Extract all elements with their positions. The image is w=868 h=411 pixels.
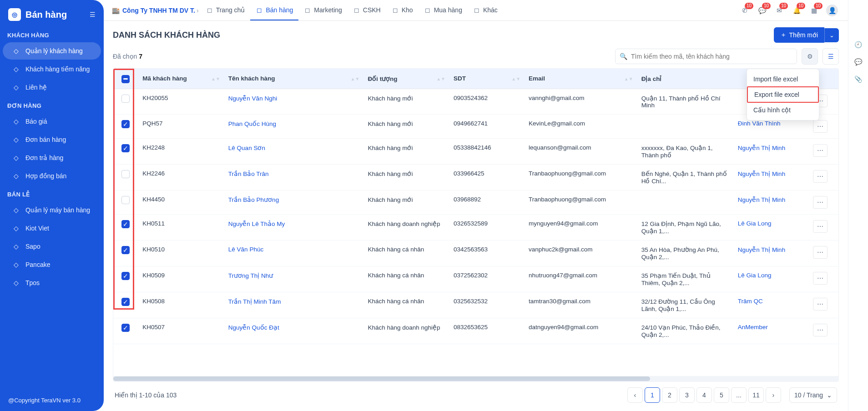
cell-name[interactable]: Nguyễn Văn Nghi [228, 95, 277, 102]
sort-icon[interactable]: ▲▼ [351, 77, 360, 80]
import-excel-item[interactable]: Import file excel [747, 72, 819, 86]
cell-owner[interactable]: Nguyễn Thị Minh [738, 196, 785, 203]
cell-name[interactable]: Trương Thị Như [228, 272, 273, 279]
row-checkbox[interactable]: ✓ [121, 144, 130, 152]
sidebar-item[interactable]: ◇Quản lý máy bán hàng [3, 201, 101, 219]
phone-icon[interactable]: ✆10 [740, 5, 750, 15]
cell-owner[interactable]: Nguyễn Thị Minh [738, 145, 785, 151]
page-number[interactable]: 11 [748, 387, 764, 403]
cell-name[interactable]: Lê Văn Phúc [228, 246, 263, 253]
cell-owner[interactable]: Nguyễn Thị Minh [738, 246, 785, 253]
cell-owner[interactable]: AnMember [738, 324, 768, 331]
sidebar-item[interactable]: ◇Đơn bán hàng [3, 131, 101, 148]
row-checkbox[interactable] [121, 170, 130, 178]
row-checkbox[interactable]: ✓ [121, 272, 130, 280]
cell-owner[interactable]: Lê Gia Long [738, 272, 772, 279]
filter-button[interactable]: ☰ [823, 48, 839, 65]
page-number[interactable]: 2 [662, 387, 677, 403]
cell-name[interactable]: Trần Bảo Trân [228, 170, 269, 177]
sidebar-item[interactable]: ◇Liên hệ [3, 79, 101, 96]
sidebar-item[interactable]: ◇Tpos [3, 274, 101, 291]
nav-tab[interactable]: ◻CSKH [348, 0, 386, 20]
sidebar-item[interactable]: ◇Pancake [3, 256, 101, 273]
row-more-button[interactable]: ⋯ [813, 120, 828, 133]
sidebar-item[interactable]: ◇Quản lý khách hàng [3, 42, 101, 60]
row-more-button[interactable]: ⋯ [813, 298, 828, 311]
sidebar-item[interactable]: ◇Hợp đồng bán [3, 167, 101, 185]
sort-icon[interactable]: ▲▼ [211, 77, 220, 80]
cell-owner[interactable]: Đinh Văn Thình [738, 120, 781, 127]
page-number[interactable]: 5 [714, 387, 729, 403]
export-excel-item[interactable]: Export file excel [747, 86, 819, 103]
attachment-icon[interactable]: 📎 [854, 75, 862, 83]
cell-name[interactable]: Lê Quan Sơn [228, 145, 265, 151]
row-more-button[interactable]: ⋯ [813, 220, 828, 233]
nav-tab[interactable]: ◻Bán hàng [250, 0, 298, 20]
page-number[interactable]: 3 [679, 387, 695, 403]
cell-code: PQH57 [142, 120, 162, 127]
page-number[interactable]: 4 [696, 387, 712, 403]
search-input[interactable] [615, 49, 797, 64]
add-button[interactable]: ＋Thêm mới [774, 27, 824, 43]
row-checkbox[interactable]: ✓ [121, 220, 130, 228]
row-checkbox[interactable] [121, 95, 130, 103]
row-more-button[interactable]: ⋯ [813, 170, 828, 183]
row-checkbox[interactable]: ✓ [121, 246, 130, 254]
nav-tab-label: Trang chủ [216, 6, 245, 14]
sort-icon[interactable]: ▲▼ [436, 77, 445, 80]
row-more-button[interactable]: ⋯ [813, 324, 828, 336]
clock-icon[interactable]: 🕘 [854, 41, 862, 48]
apps-icon[interactable]: ▦10 [809, 5, 819, 15]
sidebar-item[interactable]: ◇Đơn trả hàng [3, 149, 101, 166]
chat-icon[interactable]: 💬10 [757, 5, 767, 15]
cell-name[interactable]: Trần Thị Minh Tâm [228, 298, 281, 305]
row-checkbox[interactable]: ✓ [121, 298, 130, 306]
sort-icon[interactable]: ▲▼ [511, 77, 520, 80]
company-selector[interactable]: 🏬 Công Ty TNHH TM DV T... [108, 7, 195, 14]
page-size-selector[interactable]: 10 / Trang⌄ [789, 387, 837, 403]
menu-icon: ◇ [12, 154, 20, 162]
cell-phone: 0903524362 [454, 95, 488, 101]
sidebar-item[interactable]: ◇Kiot Viet [3, 220, 101, 237]
nav-tab[interactable]: ◻Marketing [298, 0, 347, 20]
page-next[interactable]: › [766, 387, 781, 403]
table-row: KH2246Trần Bảo TrânKhách hàng mới0339664… [113, 164, 838, 190]
row-checkbox[interactable]: ✓ [121, 120, 130, 128]
page-prev[interactable]: ‹ [627, 387, 643, 403]
sidebar-item[interactable]: ◇Sapo [3, 238, 101, 255]
row-more-button[interactable]: ⋯ [813, 196, 828, 209]
horizontal-scrollbar[interactable] [113, 376, 838, 381]
row-more-button[interactable]: ⋯ [813, 144, 828, 157]
nav-tab[interactable]: ◻Mua hàng [419, 0, 468, 20]
mail-icon[interactable]: ✉10 [774, 5, 784, 15]
nav-tab[interactable]: ◻Kho [386, 0, 419, 20]
select-all-checkbox[interactable] [121, 75, 130, 83]
bell-icon[interactable]: 🔔10 [792, 5, 802, 15]
configure-columns-item[interactable]: Cấu hình cột [747, 103, 819, 117]
sidebar-item[interactable]: ◇Báo giá [3, 113, 101, 130]
page-number[interactable]: 1 [645, 387, 660, 403]
comment-icon[interactable]: 💬 [854, 58, 862, 65]
avatar[interactable]: 👤 [826, 5, 838, 16]
row-more-button[interactable]: ⋯ [813, 272, 828, 285]
row-more-button[interactable]: ⋯ [813, 246, 828, 259]
adjust-button[interactable]: ⚙ [802, 48, 818, 65]
row-checkbox[interactable] [121, 196, 130, 204]
sidebar-item[interactable]: ◇Khách hàng tiềm năng [3, 60, 101, 78]
cell-name[interactable]: Trần Bảo Phương [228, 196, 279, 203]
cell-name[interactable]: Nguyễn Quốc Đạt [228, 324, 279, 331]
cell-owner[interactable]: Trâm QC [738, 298, 763, 305]
cell-name[interactable]: Phan Quốc Hùng [228, 120, 276, 127]
page-number[interactable]: ... [731, 387, 747, 403]
sort-icon[interactable]: ▲▼ [624, 77, 633, 80]
col-name: Tên khách hàng▲▼ [224, 69, 363, 89]
sidebar-collapse-icon[interactable]: ☰ [90, 11, 96, 18]
add-button-dropdown[interactable]: ⌄ [824, 28, 839, 42]
nav-tab[interactable]: ◻Khác [468, 0, 503, 20]
cell-owner[interactable]: Nguyễn Thị Minh [738, 170, 785, 177]
cell-name[interactable]: Nguyễn Lê Thảo My [228, 221, 285, 227]
row-checkbox[interactable]: ✓ [121, 324, 130, 332]
cell-owner[interactable]: Lê Gia Long [738, 220, 772, 227]
sidebar-footer: @Copyright TeraVN ver 3.0 [0, 390, 104, 411]
nav-tab[interactable]: ◻Trang chủ [201, 0, 251, 20]
